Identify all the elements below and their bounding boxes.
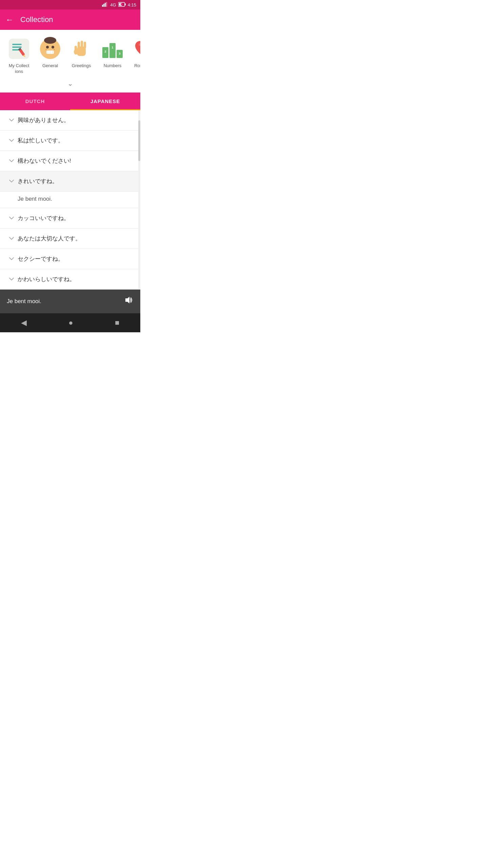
svg-rect-27 xyxy=(78,42,80,48)
phrase-text: セクシーですね。 xyxy=(18,250,135,268)
category-romance[interactable]: Romance xyxy=(129,35,140,76)
chevron-icon xyxy=(9,158,14,164)
svg-text:+: + xyxy=(121,4,122,6)
chevron-cell xyxy=(5,178,18,184)
translation-row: Je bent mooi. xyxy=(0,192,140,208)
chevron-icon xyxy=(9,276,14,282)
translation-text: Je bent mooi. xyxy=(18,196,52,202)
phrase-text: 私は忙しいです。 xyxy=(18,132,135,149)
svg-point-18 xyxy=(52,46,54,48)
category-romance-label: Romance xyxy=(134,63,140,69)
chevron-cell xyxy=(5,235,18,241)
chevron-icon xyxy=(9,117,14,123)
svg-point-31 xyxy=(74,49,78,55)
phrase-row[interactable]: かわいらしいですね。 xyxy=(0,269,140,290)
phrase-row[interactable]: セクシーですね。 xyxy=(0,249,140,269)
svg-rect-2 xyxy=(105,3,106,7)
expand-row: ⌄ xyxy=(0,76,140,90)
category-my-collections[interactable]: My Collections xyxy=(4,35,34,76)
svg-point-25 xyxy=(44,37,56,44)
scrollbar-thumb[interactable] xyxy=(138,120,140,161)
phrase-list: 興味がありません。私は忙しいです。構わないでください!きれいですね。Je ben… xyxy=(0,110,140,290)
status-bar: 4G + 4:15 xyxy=(0,0,140,9)
svg-rect-12 xyxy=(12,49,19,51)
svg-rect-1 xyxy=(103,4,104,7)
category-section: My Collections xyxy=(0,30,140,93)
app-header: ← Collection xyxy=(0,9,140,30)
chevron-cell xyxy=(5,215,18,221)
svg-rect-11 xyxy=(12,46,22,48)
phrase-row[interactable]: あなたは大切な人です。 xyxy=(0,229,140,249)
chevron-icon xyxy=(9,256,14,262)
tab-japanese-label: JAPANESE xyxy=(90,98,120,104)
svg-rect-5 xyxy=(125,3,126,5)
svg-text:2: 2 xyxy=(104,50,106,53)
signal-icon xyxy=(102,2,108,8)
svg-rect-3 xyxy=(106,2,107,7)
phrase-row[interactable]: 興味がありません。 xyxy=(0,110,140,131)
scrollbar-track xyxy=(138,110,140,290)
phrase-text: 興味がありません。 xyxy=(18,112,135,129)
clock: 4:15 xyxy=(128,2,136,7)
tab-dutch[interactable]: DUTCH xyxy=(0,93,70,110)
category-my-collections-label: My Collections xyxy=(9,63,29,75)
numbers-icon-container: 2 1 3 xyxy=(100,37,125,61)
phrase-text: カッコいいですね。 xyxy=(18,210,135,227)
svg-point-23 xyxy=(45,49,47,50)
svg-rect-28 xyxy=(81,41,83,48)
chevron-cell xyxy=(5,276,18,282)
category-numbers[interactable]: 2 1 3 Numbers xyxy=(98,35,127,76)
general-icon-container xyxy=(38,37,62,61)
category-scroll: My Collections xyxy=(0,35,140,76)
chevron-icon xyxy=(9,215,14,221)
phrase-text: かわいらしいですね。 xyxy=(18,271,135,288)
chevron-icon xyxy=(9,235,14,241)
chevron-cell xyxy=(5,158,18,164)
phrase-row[interactable]: 私は忙しいです。 xyxy=(0,131,140,151)
phrase-text: あなたは大切な人です。 xyxy=(18,230,135,247)
chevron-icon xyxy=(9,137,14,143)
category-numbers-label: Numbers xyxy=(104,63,122,69)
romance-icon-container xyxy=(131,37,140,61)
svg-rect-29 xyxy=(84,42,86,48)
svg-point-17 xyxy=(46,46,49,48)
phrase-text: きれいですね。 xyxy=(18,173,135,190)
audio-phrase-text: Je bent mooi. xyxy=(7,298,41,305)
tab-dutch-label: DUTCH xyxy=(25,98,45,104)
svg-rect-0 xyxy=(102,5,103,7)
phrase-row[interactable]: カッコいいですね。 xyxy=(0,208,140,229)
category-greetings[interactable]: Greetings xyxy=(66,35,96,76)
chevron-cell xyxy=(5,137,18,143)
category-general-label: General xyxy=(42,63,58,69)
language-tabs: DUTCH JAPANESE xyxy=(0,93,140,110)
phrase-row[interactable]: 構わないでください! xyxy=(0,151,140,171)
my-collections-icon-container xyxy=(7,37,31,61)
svg-text:1: 1 xyxy=(111,46,113,49)
nav-bar: ◀ ● ■ xyxy=(0,313,140,332)
svg-rect-33 xyxy=(109,43,116,58)
svg-rect-10 xyxy=(12,44,22,45)
category-greetings-label: Greetings xyxy=(72,63,91,69)
chevron-cell xyxy=(5,256,18,262)
svg-point-24 xyxy=(54,49,55,50)
chevron-cell xyxy=(5,117,18,123)
chevron-icon xyxy=(9,178,14,184)
back-button[interactable]: ← xyxy=(5,15,14,24)
svg-marker-43 xyxy=(125,297,129,303)
page-title: Collection xyxy=(20,15,53,24)
audio-bar: Je bent mooi. xyxy=(0,290,140,313)
nav-home-button[interactable]: ● xyxy=(60,316,81,330)
tab-japanese[interactable]: JAPANESE xyxy=(70,93,140,110)
network-type: 4G xyxy=(110,2,116,7)
expand-categories-button[interactable]: ⌄ xyxy=(67,79,73,87)
nav-back-button[interactable]: ◀ xyxy=(13,316,35,330)
svg-text:3: 3 xyxy=(119,52,120,55)
phrase-list-container: 興味がありません。私は忙しいです。構わないでください!きれいですね。Je ben… xyxy=(0,110,140,290)
volume-icon[interactable] xyxy=(124,295,134,307)
battery-icon: + xyxy=(118,2,126,8)
phrase-text: 構わないでください! xyxy=(18,152,135,170)
nav-recents-button[interactable]: ■ xyxy=(107,316,127,330)
category-general[interactable]: General xyxy=(35,35,65,76)
phrase-row[interactable]: きれいですね。 xyxy=(0,171,140,192)
greetings-icon-container xyxy=(69,37,94,61)
